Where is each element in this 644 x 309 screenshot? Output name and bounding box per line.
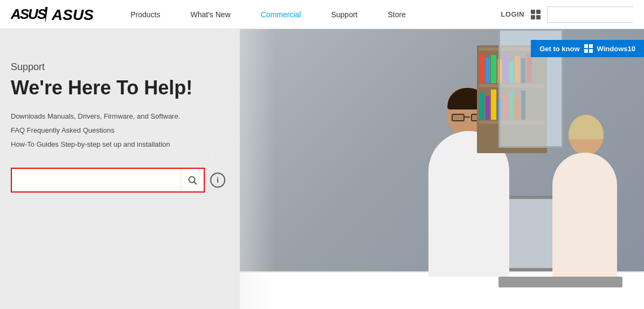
- search-box: N46VM: [11, 168, 205, 193]
- product-search-input[interactable]: N46VM: [12, 169, 181, 191]
- hero-content: Support We're Here To Help! Downloads Ma…: [0, 29, 275, 309]
- search-icon: [188, 175, 197, 185]
- windows-logo: [584, 44, 593, 53]
- desc-line1: Downloads Manuals, Drivers, Firmware, an…: [11, 109, 275, 123]
- header-right: LOGIN: [501, 6, 633, 23]
- logo-area[interactable]: ASUS ASUS: [11, 5, 99, 24]
- nav-support[interactable]: Support: [316, 0, 372, 29]
- login-button[interactable]: LOGIN: [501, 10, 524, 18]
- desc-line2: FAQ Frequently Asked Questions: [11, 123, 275, 138]
- grid-cell-3: [531, 15, 535, 19]
- search-submit-button[interactable]: [181, 169, 204, 191]
- asus-logo-svg[interactable]: ASUS: [45, 5, 99, 24]
- windows-badge[interactable]: Get to know Windows10: [531, 40, 644, 57]
- grid-icon[interactable]: [531, 10, 541, 19]
- info-icon[interactable]: i: [210, 173, 225, 188]
- hero-background: [240, 29, 644, 309]
- header-search-box: [547, 6, 633, 23]
- hero-title: We're Here To Help!: [11, 77, 275, 99]
- hero-description: Downloads Manuals, Drivers, Firmware, an…: [11, 109, 275, 152]
- hero-section: Support We're Here To Help! Downloads Ma…: [0, 29, 644, 309]
- desc-line3: How-To Guides Step-by-step set up and in…: [11, 138, 275, 152]
- svg-line-5: [195, 182, 197, 184]
- windows-version-label: Windows10: [597, 45, 635, 53]
- support-label: Support: [11, 61, 275, 73]
- nav-commercial[interactable]: Commercial: [246, 0, 316, 29]
- search-area: N46VM i: [11, 168, 275, 193]
- nav-products[interactable]: Products: [115, 0, 175, 29]
- header-search-input[interactable]: [548, 7, 644, 22]
- grid-cell-1: [531, 10, 535, 14]
- nav-whats-new[interactable]: What's New: [176, 0, 246, 29]
- svg-rect-0: [45, 7, 47, 22]
- grid-cell-2: [536, 10, 541, 14]
- grid-cell-4: [536, 15, 541, 19]
- svg-text:ASUS: ASUS: [51, 6, 94, 23]
- win-cell-4: [589, 49, 593, 53]
- windows-badge-text: Get to know: [539, 45, 579, 53]
- header: ASUS ASUS Products What's New Commercial…: [0, 0, 644, 29]
- main-nav: Products What's New Commercial Support S…: [115, 0, 501, 29]
- nav-store[interactable]: Store: [372, 0, 420, 29]
- win-cell-1: [584, 44, 588, 48]
- laptop-base: [498, 277, 622, 287]
- win-cell-2: [589, 44, 593, 48]
- win-cell-3: [584, 49, 588, 53]
- asus-logo: ASUS: [11, 6, 45, 23]
